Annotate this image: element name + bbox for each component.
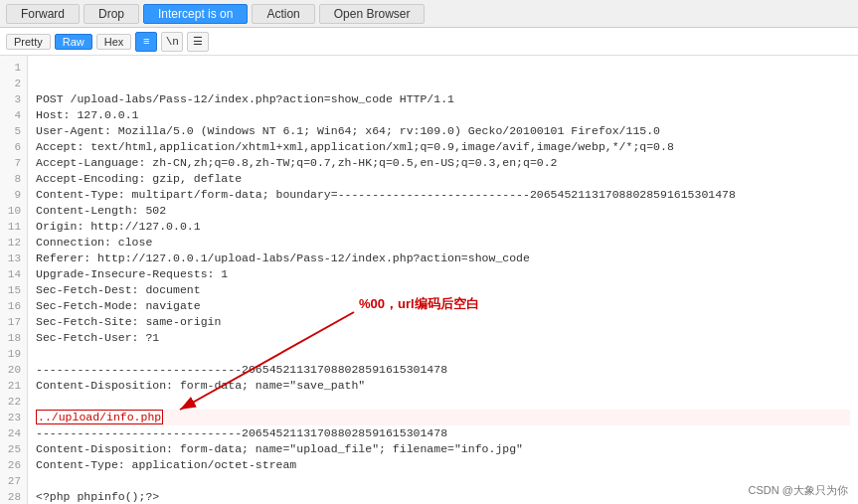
content-area: 1234567891011121314151617181920212223242… (0, 56, 858, 504)
code-line-18: ------------------------------2065452113… (36, 362, 850, 378)
intercept-button[interactable]: Intercept is on (143, 4, 248, 24)
code-line-10: Connection: close (36, 235, 850, 251)
code-line-4: Accept: text/html,application/xhtml+xml,… (36, 139, 850, 155)
newline-icon[interactable]: \n (161, 32, 183, 52)
hex-button[interactable]: Hex (96, 34, 132, 50)
code-line-16: Sec-Fetch-User: ?1 (36, 330, 850, 346)
code-line-20 (36, 394, 850, 410)
code-line-24: Content-Type: application/octet-stream (36, 457, 850, 473)
code-line-14: Sec-Fetch-Mode: navigate (36, 298, 850, 314)
code-line-22: ------------------------------2065452113… (36, 425, 850, 441)
code-line-8: Content-Length: 502 (36, 203, 850, 219)
code-line-23: Content-Disposition: form-data; name="up… (36, 441, 850, 457)
code-line-1: POST /upload-labs/Pass-12/index.php?acti… (36, 91, 850, 107)
code-line-11: Referer: http://127.0.0.1/upload-labs/Pa… (36, 251, 850, 266)
code-line-15: Sec-Fetch-Site: same-origin (36, 314, 850, 330)
code-line-12: Upgrade-Insecure-Requests: 1 (36, 266, 850, 282)
code-line-6: Accept-Encoding: gzip, deflate (36, 171, 850, 187)
code-line-17 (36, 346, 850, 362)
action-button[interactable]: Action (252, 4, 314, 24)
code-line-5: Accept-Language: zh-CN,zh;q=0.8,zh-TW;q=… (36, 155, 850, 171)
wrap-icon[interactable]: ≡ (135, 32, 157, 52)
list-icon[interactable]: ☰ (187, 32, 209, 52)
format-bar: Pretty Raw Hex ≡ \n ☰ (0, 28, 858, 56)
toolbar: Forward Drop Intercept is on Action Open… (0, 0, 858, 28)
code-content[interactable]: POST /upload-labs/Pass-12/index.php?acti… (28, 56, 858, 504)
code-line-13: Sec-Fetch-Dest: document (36, 282, 850, 298)
code-line-25 (36, 473, 850, 489)
code-line-7: Content-Type: multipart/form-data; bound… (36, 187, 850, 203)
code-line-19: Content-Disposition: form-data; name="sa… (36, 378, 850, 394)
raw-button[interactable]: Raw (55, 34, 92, 50)
code-line-2: Host: 127.0.0.1 (36, 107, 850, 123)
code-line-26: <?php phpinfo();?> (36, 489, 850, 504)
line-numbers: 1234567891011121314151617181920212223242… (0, 56, 28, 504)
open-browser-button[interactable]: Open Browser (319, 4, 426, 24)
code-line-3: User-Agent: Mozilla/5.0 (Windows NT 6.1;… (36, 123, 850, 139)
code-line-21: ../upload/info.php (36, 410, 850, 425)
forward-button[interactable]: Forward (6, 4, 80, 24)
code-line-9: Origin: http://127.0.0.1 (36, 219, 850, 235)
drop-button[interactable]: Drop (84, 4, 139, 24)
pretty-button[interactable]: Pretty (6, 34, 51, 50)
